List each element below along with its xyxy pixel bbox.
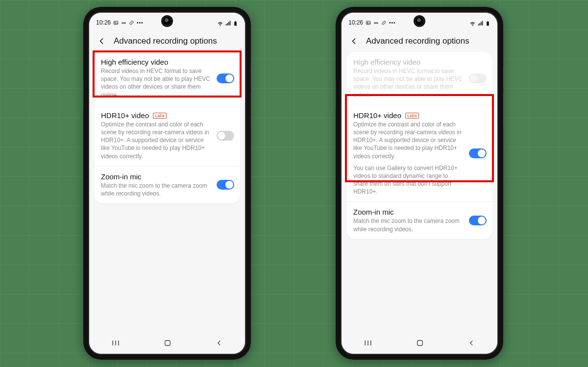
page-title: Advanced recording options [366, 36, 469, 46]
settings-card: High efficiency video Record videos in H… [346, 52, 492, 239]
nav-back-button[interactable] [215, 339, 223, 349]
glasses-icon [121, 20, 126, 25]
page-title: Advanced recording options [114, 36, 217, 46]
side-hardware-button [336, 80, 336, 107]
battery-icon [485, 20, 490, 25]
setting-high-efficiency-video: High efficiency video Record videos in H… [346, 52, 492, 105]
setting-description: Record videos in HEVC format to save spa… [353, 67, 463, 99]
toggle-zoom-in-mic[interactable] [217, 180, 234, 190]
toggle-zoom-in-mic[interactable] [469, 216, 487, 225]
glasses-icon [373, 20, 379, 25]
svg-rect-5 [235, 21, 236, 21]
svg-rect-19 [417, 341, 423, 346]
toggle-high-efficiency-video [469, 73, 487, 83]
svg-rect-9 [165, 341, 171, 346]
page-header: Advanced recording options [342, 29, 497, 52]
chevron-left-icon [97, 36, 106, 46]
setting-title: High efficiency video [101, 58, 211, 66]
setting-title: HDR10+ video Labs [101, 111, 211, 120]
toggle-high-efficiency-video[interactable] [217, 73, 234, 83]
nav-home-button[interactable] [163, 339, 172, 349]
svg-rect-4 [234, 22, 237, 25]
android-nav-bar [89, 337, 245, 351]
settings-card: High efficiency video Record videos in H… [94, 52, 240, 203]
battery-icon [233, 20, 238, 25]
svg-point-3 [124, 22, 125, 24]
setting-description-2: You can use Gallery to convert HDR10+ vi… [353, 164, 463, 196]
nav-recents-button[interactable] [111, 338, 121, 350]
link-icon [129, 20, 134, 25]
android-nav-bar [342, 337, 497, 351]
setting-title: Zoom-in mic [101, 172, 211, 181]
setting-description: Optimize the contrast and color of each … [101, 121, 211, 160]
side-hardware-button [503, 93, 503, 127]
toggle-hdr10-video[interactable] [469, 148, 487, 158]
svg-rect-14 [487, 22, 489, 25]
svg-point-2 [122, 22, 123, 24]
setting-description: Record videos in HEVC format to save spa… [101, 67, 211, 99]
wifi-icon [217, 20, 222, 25]
setting-zoom-in-mic[interactable]: Zoom-in mic Match the mic zoom to the ca… [346, 201, 492, 239]
phone-mockup-left: 10:26 [83, 7, 251, 360]
setting-high-efficiency-video[interactable]: High efficiency video Record videos in H… [94, 52, 240, 105]
labs-badge: Labs [153, 113, 167, 119]
front-camera [163, 17, 172, 25]
signal-icon [477, 20, 483, 25]
front-camera [415, 17, 424, 25]
svg-point-12 [374, 22, 376, 24]
labs-badge: Labs [405, 113, 419, 119]
svg-point-13 [376, 22, 378, 24]
phone-screen: 10:26 [342, 13, 497, 354]
setting-description: Match the mic zoom to the camera zoom wh… [353, 217, 463, 233]
phone-mockup-right: 10:26 [336, 7, 503, 360]
status-time: 10:26 [96, 19, 111, 26]
setting-title: High efficiency video [353, 58, 463, 66]
more-indicator-icon [389, 19, 396, 26]
back-button[interactable] [348, 36, 359, 46]
nav-home-button[interactable] [416, 339, 424, 349]
phone-screen: 10:26 [89, 13, 245, 354]
nav-recents-button[interactable] [363, 338, 373, 350]
setting-title: HDR10+ video Labs [353, 111, 463, 120]
status-time: 10:26 [348, 19, 363, 26]
signal-icon [225, 20, 230, 25]
setting-hdr10-video[interactable]: HDR10+ video Labs Optimize the contrast … [94, 105, 240, 166]
image-icon [366, 20, 371, 25]
chevron-left-icon [349, 36, 359, 46]
wifi-icon [469, 20, 475, 25]
image-icon [113, 20, 119, 25]
svg-rect-15 [488, 21, 489, 21]
page-header: Advanced recording options [89, 29, 245, 52]
link-icon [381, 20, 387, 25]
side-hardware-button [503, 66, 503, 88]
svg-point-1 [115, 22, 116, 23]
svg-point-11 [367, 22, 368, 23]
side-hardware-button [250, 66, 251, 88]
more-indicator-icon [137, 19, 144, 26]
back-button[interactable] [96, 36, 107, 46]
nav-back-button[interactable] [467, 339, 476, 349]
side-hardware-button [250, 93, 251, 127]
toggle-hdr10-video[interactable] [217, 131, 234, 141]
setting-description: Optimize the contrast and color of each … [353, 121, 463, 160]
setting-hdr10-video[interactable]: HDR10+ video Labs Optimize the contrast … [346, 105, 492, 202]
setting-zoom-in-mic[interactable]: Zoom-in mic Match the mic zoom to the ca… [94, 166, 240, 203]
setting-title: Zoom-in mic [353, 208, 463, 216]
setting-description: Match the mic zoom to the camera zoom wh… [101, 182, 211, 197]
side-hardware-button [83, 80, 84, 107]
